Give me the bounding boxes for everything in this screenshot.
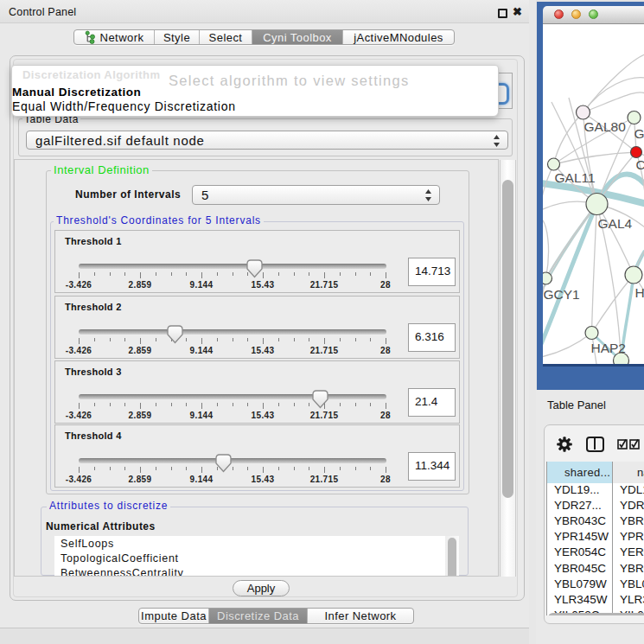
- svg-text:GAL11: GAL11: [555, 170, 596, 185]
- svg-text:GCY1: GCY1: [544, 287, 580, 302]
- svg-text:HAP2: HAP2: [591, 341, 627, 355]
- svg-text:GA: GA: [634, 126, 644, 141]
- svg-text:GAL4: GAL4: [598, 216, 633, 231]
- svg-text:H: H: [635, 285, 644, 300]
- svg-text:GAL80: GAL80: [584, 119, 627, 134]
- svg-text:C: C: [636, 157, 644, 172]
